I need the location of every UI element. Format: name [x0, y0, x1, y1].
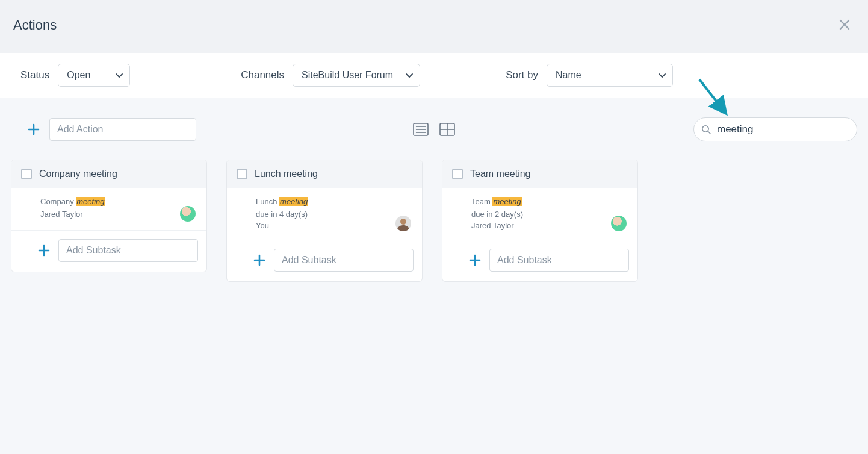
plus-icon — [253, 254, 265, 266]
add-subtask-button[interactable] — [467, 252, 483, 269]
card-body: Company meeting Jared Taylor — [11, 188, 206, 231]
modal-header: Actions — [0, 0, 868, 53]
filter-bar: Status Open Channels SiteBuild User Foru… — [0, 53, 868, 98]
card-checkbox[interactable] — [237, 169, 247, 179]
channels-label: Channels — [241, 69, 284, 81]
card-checkbox[interactable] — [452, 169, 463, 179]
assignee-label: Jared Taylor — [471, 221, 628, 230]
due-label: due in 4 day(s) — [256, 210, 412, 219]
add-subtask-input[interactable] — [489, 249, 629, 272]
card-body: Team meeting due in 2 day(s) Jared Taylo… — [442, 188, 637, 240]
avatar — [395, 216, 411, 231]
close-button[interactable] — [834, 14, 855, 36]
sort-select-value: Name — [556, 70, 581, 80]
list-view-button[interactable] — [413, 123, 429, 136]
card-title: Lunch meeting — [255, 169, 318, 179]
action-card: Team meeting Team meeting due in 2 day(s… — [442, 160, 638, 282]
highlight: meeting — [492, 197, 521, 206]
cards-container: Company meeting Company meeting Jared Ta… — [0, 156, 868, 282]
highlight: meeting — [279, 197, 308, 206]
search-match: Lunch meeting — [256, 197, 412, 206]
sort-select[interactable]: Name — [547, 64, 673, 87]
card-footer — [442, 240, 637, 281]
search-match: Company meeting — [40, 197, 197, 206]
highlight: meeting — [76, 197, 105, 206]
add-action-input[interactable] — [49, 118, 196, 141]
card-header: Company meeting — [11, 160, 206, 188]
toolbar — [0, 98, 868, 156]
card-title: Company meeting — [39, 169, 117, 179]
card-title: Team meeting — [470, 169, 531, 179]
plus-icon — [38, 244, 50, 257]
action-card: Lunch meeting Lunch meeting due in 4 day… — [226, 160, 423, 282]
search-icon — [701, 125, 711, 134]
assignee-label: Jared Taylor — [40, 210, 197, 219]
status-select[interactable]: Open — [58, 64, 130, 87]
card-footer — [227, 240, 422, 281]
avatar — [611, 216, 627, 231]
close-icon — [839, 19, 850, 30]
sort-label: Sort by — [506, 69, 538, 81]
search-match: Team meeting — [471, 197, 628, 206]
due-label: due in 2 day(s) — [471, 210, 628, 219]
avatar — [180, 206, 196, 222]
svg-line-12 — [708, 131, 710, 134]
card-header: Team meeting — [442, 160, 637, 188]
status-label: Status — [20, 69, 49, 81]
plus-icon — [469, 254, 481, 266]
add-action-button[interactable] — [25, 121, 42, 138]
grid-view-button[interactable] — [439, 123, 455, 136]
view-toggle — [413, 123, 455, 136]
add-subtask-button[interactable] — [251, 252, 268, 269]
assignee-label: You — [256, 221, 412, 230]
channels-select[interactable]: SiteBuild User Forum — [293, 64, 420, 87]
page-title: Actions — [13, 17, 57, 33]
card-body: Lunch meeting due in 4 day(s) You — [227, 188, 422, 240]
add-subtask-button[interactable] — [36, 242, 52, 259]
plus-icon — [28, 123, 40, 135]
action-card: Company meeting Company meeting Jared Ta… — [11, 160, 207, 272]
status-select-value: Open — [67, 70, 90, 80]
card-footer — [11, 231, 206, 272]
card-header: Lunch meeting — [227, 160, 422, 188]
add-subtask-input[interactable] — [58, 239, 198, 262]
search-input[interactable] — [693, 117, 857, 141]
add-subtask-input[interactable] — [274, 249, 414, 272]
channels-select-value: SiteBuild User Forum — [302, 70, 393, 80]
card-checkbox[interactable] — [21, 169, 32, 179]
